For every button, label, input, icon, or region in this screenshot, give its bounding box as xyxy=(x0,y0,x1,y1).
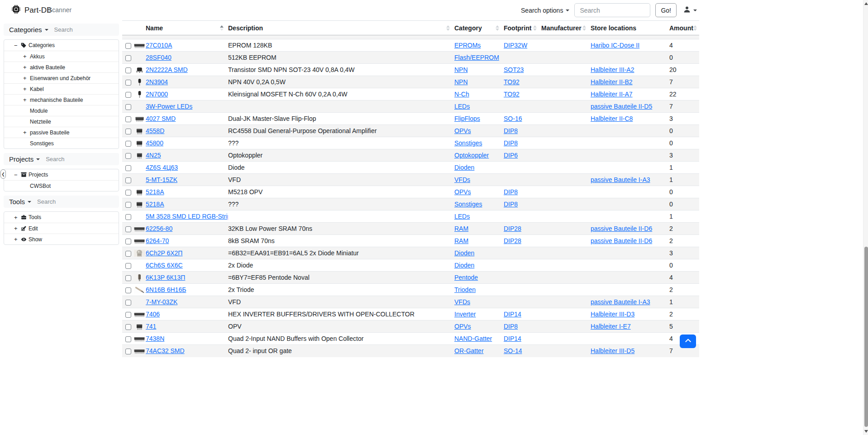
footprint-link[interactable]: DIP8 xyxy=(504,127,518,134)
collapse-toggle[interactable]: − xyxy=(14,172,21,178)
row-select-checkbox[interactable] xyxy=(125,312,131,318)
store-location-link[interactable]: Halbleiter II-C8 xyxy=(591,115,633,122)
row-select-checkbox[interactable] xyxy=(125,324,131,330)
scroll-to-top-button[interactable] xyxy=(680,335,696,348)
part-name-link[interactable]: 2N3904 xyxy=(146,78,168,86)
store-location-link[interactable]: passive Bauteile II-D6 xyxy=(591,225,652,232)
tree-item-aktive-bauteile[interactable]: +aktive Bauteile xyxy=(4,62,119,72)
row-select-checkbox[interactable] xyxy=(125,104,131,110)
tree-item-sonstiges[interactable]: Sonstiges xyxy=(4,138,119,148)
part-name-link[interactable]: 741 xyxy=(146,323,156,330)
part-name-link[interactable]: 6264-70 xyxy=(146,237,169,244)
part-name-link[interactable]: 74AC32 SMD xyxy=(146,347,185,354)
dip-long-chip-thumbnail[interactable] xyxy=(134,347,146,354)
expand-toggle[interactable]: + xyxy=(14,214,21,221)
dip-long-chip-thumbnail[interactable] xyxy=(134,335,146,342)
row-select-checkbox[interactable] xyxy=(125,287,131,293)
part-name-link[interactable]: 4027 SMD xyxy=(146,115,176,122)
tools-dropdown[interactable]: Tools xyxy=(9,198,31,206)
part-name-link[interactable]: 6K13P 6К13П xyxy=(146,274,185,281)
row-select-checkbox[interactable] xyxy=(125,177,131,183)
column-header-manufacturer[interactable]: Manufacturer xyxy=(541,21,591,35)
projects-search-input[interactable] xyxy=(46,156,95,163)
category-link[interactable]: Pentode xyxy=(454,274,478,281)
sidebar-collapse-handle[interactable]: ❮ xyxy=(0,169,6,179)
category-link[interactable]: Dioden xyxy=(454,164,474,171)
category-link[interactable]: OPVs xyxy=(454,127,471,134)
dip6-chip-thumbnail[interactable] xyxy=(134,151,146,158)
dip8-chip-thumbnail[interactable] xyxy=(134,127,146,134)
footprint-link[interactable]: DIP28 xyxy=(504,237,521,244)
tree-item-categories[interactable]: −Categories xyxy=(4,40,119,51)
part-name-link[interactable]: 4N25 xyxy=(146,152,161,159)
category-link[interactable]: Dioden xyxy=(454,262,474,269)
part-name-link[interactable]: 45800 xyxy=(146,139,163,147)
store-location-link[interactable]: Halbleiter II-B2 xyxy=(591,78,633,86)
sot23-transistor-thumbnail[interactable] xyxy=(134,66,146,73)
expand-toggle[interactable]: + xyxy=(23,86,30,92)
store-location-link[interactable]: Haribo IC-Dose II xyxy=(591,42,639,49)
expand-toggle[interactable]: + xyxy=(23,75,30,81)
category-link[interactable]: RAM xyxy=(454,237,468,244)
part-name-link[interactable]: 4Z6S 4Ц63 xyxy=(146,164,178,171)
collapse-toggle[interactable]: − xyxy=(14,42,21,49)
tree-item-show[interactable]: +Show xyxy=(4,234,119,244)
dip8-chip-thumbnail[interactable] xyxy=(134,188,146,195)
category-link[interactable]: RAM xyxy=(454,225,468,232)
footprint-link[interactable]: SO-14 xyxy=(504,347,522,354)
expand-toggle[interactable]: + xyxy=(23,53,30,60)
dip-long-chip-thumbnail[interactable] xyxy=(134,237,146,244)
footprint-link[interactable]: DIP8 xyxy=(504,201,518,208)
store-location-link[interactable]: Halbleiter III-A2 xyxy=(591,66,634,73)
tree-item-module[interactable]: Module xyxy=(4,105,119,116)
part-name-link[interactable]: 2N2222A SMD xyxy=(146,66,188,73)
category-link[interactable]: OPVs xyxy=(454,323,471,330)
row-select-checkbox[interactable] xyxy=(125,202,131,208)
footprint-link[interactable]: TO92 xyxy=(504,91,520,98)
tree-item-cwsbot[interactable]: CWSBot xyxy=(4,180,119,191)
row-select-checkbox[interactable] xyxy=(125,263,131,269)
store-location-link[interactable]: passive Bauteile II-D6 xyxy=(591,237,652,244)
expand-toggle[interactable]: + xyxy=(14,236,21,243)
projects-dropdown[interactable]: Projects xyxy=(9,155,40,163)
row-select-checkbox[interactable] xyxy=(125,251,131,257)
part-name-link[interactable]: 4558D xyxy=(146,127,164,134)
column-header-name[interactable]: Name xyxy=(146,21,228,35)
category-link[interactable]: Inverter xyxy=(454,311,476,318)
store-location-link[interactable]: Halbleiter II-A7 xyxy=(591,91,633,98)
footprint-link[interactable]: DIP14 xyxy=(504,335,521,342)
store-location-link[interactable]: Halbleiter I-E7 xyxy=(591,323,631,330)
tube-vertical-thumbnail[interactable] xyxy=(134,273,146,281)
row-select-checkbox[interactable] xyxy=(125,214,131,220)
category-link[interactable]: Trioden xyxy=(454,286,476,293)
footprint-link[interactable]: DIP8 xyxy=(504,188,518,196)
part-name-link[interactable]: 7438N xyxy=(146,335,164,342)
categories-dropdown[interactable]: Categories xyxy=(9,26,48,33)
category-link[interactable]: LEDs xyxy=(454,213,470,220)
store-location-link[interactable]: passive Bauteile I-A3 xyxy=(591,298,650,306)
category-link[interactable]: Optokoppler xyxy=(454,152,489,159)
store-location-link[interactable]: Halbleiter III-D5 xyxy=(591,347,634,354)
dip8-chip-thumbnail[interactable] xyxy=(134,200,146,207)
category-link[interactable]: NAND-Gatter xyxy=(454,335,492,342)
footprint-link[interactable]: DIP8 xyxy=(504,323,518,330)
footprint-link[interactable]: DIP32W xyxy=(504,42,527,49)
search-options-dropdown[interactable]: Search options xyxy=(521,7,569,14)
row-select-checkbox[interactable] xyxy=(125,153,131,159)
row-select-checkbox[interactable] xyxy=(125,275,131,281)
category-link[interactable]: EPROMs xyxy=(454,42,481,49)
footprint-link[interactable]: DIP8 xyxy=(504,139,518,147)
row-select-checkbox[interactable] xyxy=(125,239,131,244)
row-select-checkbox[interactable] xyxy=(125,336,131,342)
part-name-link[interactable]: 3W-Power LEDs xyxy=(146,103,192,110)
column-header-amount[interactable]: Amount xyxy=(669,21,699,35)
nav-item-scanner[interactable]: Scanner xyxy=(48,6,72,14)
column-header-category[interactable]: Category xyxy=(454,21,504,35)
category-link[interactable]: OR-Gatter xyxy=(454,347,484,354)
category-link[interactable]: N-Ch xyxy=(454,91,469,98)
part-name-link[interactable]: 2N7000 xyxy=(146,91,168,98)
part-name-link[interactable]: 6Ch2P 6Х2П xyxy=(146,249,182,257)
scrollbar-thumb[interactable] xyxy=(864,247,868,427)
tree-item-kabel[interactable]: +Kabel xyxy=(4,83,119,94)
part-name-link[interactable]: 28SF040 xyxy=(146,54,172,61)
